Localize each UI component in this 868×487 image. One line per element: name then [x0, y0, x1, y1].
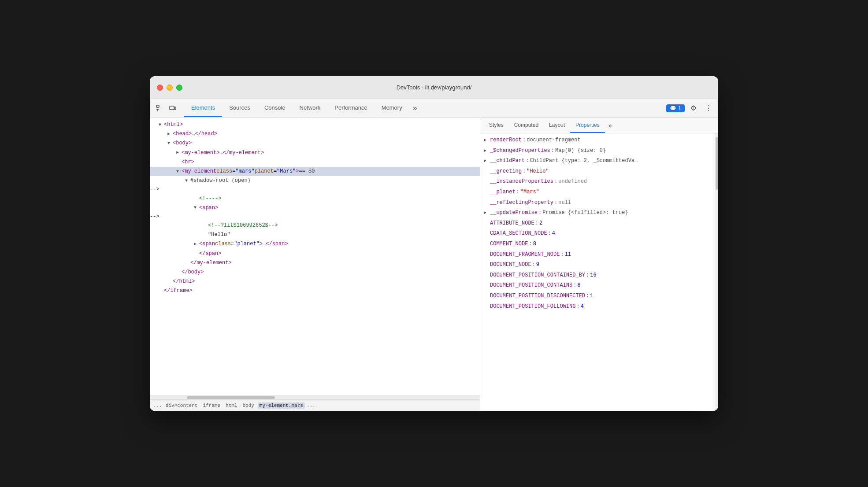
tab-console[interactable]: Console [257, 99, 293, 117]
expand-icon[interactable]: ► [484, 147, 489, 155]
tree-close-html[interactable]: </html> [150, 277, 480, 286]
toolbar-right: 💬 1 ⚙ ⋮ [666, 102, 715, 114]
expand-arrow[interactable]: ▼ [159, 122, 164, 129]
expand-icon[interactable]: ► [484, 209, 489, 217]
main-toolbar: Elements Sources Console Network Perform… [150, 99, 718, 118]
expand-icon-empty [484, 178, 489, 186]
breadcrumb-ellipsis-left[interactable]: ... [153, 403, 162, 408]
expand-arrow [194, 195, 199, 202]
prop-document-node[interactable]: DOCUMENT_NODE : 9 [480, 260, 715, 270]
breadcrumb-div-content[interactable]: div#content [164, 402, 200, 409]
prop-comment-node[interactable]: COMMENT_NODE : 8 [480, 239, 715, 250]
expand-arrow[interactable]: ▼ [194, 204, 199, 211]
breadcrumb-bar: ... div#content iframe html body my-elem… [150, 399, 480, 411]
tab-elements[interactable]: Elements [184, 99, 222, 117]
expand-arrow [203, 222, 208, 229]
device-toolbar-icon[interactable] [167, 102, 179, 114]
expand-icon-empty [484, 303, 489, 311]
tab-performance[interactable]: Performance [327, 99, 374, 117]
breadcrumb-my-element-mars[interactable]: my-element.mars [258, 402, 305, 409]
more-options-button[interactable]: ⋮ [702, 102, 715, 114]
tree-close-body[interactable]: </body> [150, 268, 480, 277]
settings-button[interactable]: ⚙ [687, 102, 700, 114]
tree-comment-1[interactable]: <!----> [150, 194, 480, 203]
expand-arrow[interactable]: ► [167, 131, 173, 138]
tree-span-planet[interactable]: ► <span class="planet" >…</span> [150, 240, 480, 249]
expand-arrow[interactable]: ► [176, 149, 182, 156]
elements-scrollbar-x[interactable] [150, 395, 480, 399]
tree-shadow-root[interactable]: ▼ #shadow-root (open) [150, 176, 480, 185]
prop-childPart[interactable]: ► __childPart : ChildPart {type: 2, _$co… [480, 156, 715, 166]
maximize-button[interactable] [176, 85, 182, 91]
tree-lit-comment[interactable]: <!--?lit$106992652$--> [150, 221, 480, 230]
traffic-lights [157, 85, 182, 91]
tree-my-element-1[interactable]: ► <my-element>…</my-element> [150, 148, 480, 158]
console-messages-button[interactable]: 💬 1 [666, 104, 685, 112]
elements-panel: ▼ <html> ► <head>…</head> ▼ <body> [150, 118, 480, 411]
tree-body[interactable]: ▼ <body> [150, 139, 480, 148]
properties-content[interactable]: ► renderRoot : document-fragment ► _$cha… [480, 133, 715, 411]
tree-head[interactable]: ► <head>…</head> [150, 129, 480, 139]
scrollbar-thumb[interactable] [187, 396, 275, 399]
prop-document-fragment-node[interactable]: DOCUMENT_FRAGMENT_NODE : 11 [480, 250, 715, 260]
tree-html[interactable]: ▼ <html> [150, 120, 480, 129]
expand-icon-empty [484, 240, 489, 248]
tab-network[interactable]: Network [293, 99, 328, 117]
prop-tab-properties[interactable]: Properties [570, 118, 605, 133]
prop-reflectingProperty[interactable]: __reflectingProperty : null [480, 198, 715, 208]
main-tabs: Elements Sources Console Network Perform… [184, 99, 664, 117]
tree-close-span[interactable]: </span> [150, 249, 480, 258]
scrollbar-thumb[interactable] [716, 137, 718, 190]
expand-icon[interactable]: ► [484, 137, 489, 144]
expand-arrow [185, 259, 190, 266]
prop-changedProperties[interactable]: ► _$changedProperties : Map(0) {size: 0} [480, 146, 715, 156]
tree-hello-text[interactable]: "Hello" [150, 230, 480, 240]
prop-renderRoot[interactable]: ► renderRoot : document-fragment [480, 135, 715, 146]
expand-arrow[interactable]: ▼ [167, 140, 173, 147]
prop-doc-pos-following[interactable]: DOCUMENT_POSITION_FOLLOWING : 4 [480, 302, 715, 312]
expand-arrow[interactable]: ▼ [176, 168, 182, 175]
expand-arrow [176, 269, 182, 276]
properties-panel: Styles Computed Layout Properties » [480, 118, 718, 411]
tree-span[interactable]: ▼ <span> [150, 203, 480, 213]
expand-arrow [159, 288, 164, 295]
prop-tab-styles[interactable]: Styles [484, 118, 509, 133]
tree-my-element-mars[interactable]: ▼ <my-element class="mars" planet="Mars"… [150, 167, 480, 176]
prop-attribute-node[interactable]: ATTRIBUTE_NODE : 2 [480, 218, 715, 229]
prop-updatePromise[interactable]: ► __updatePromise : Promise {<fulfilled>… [480, 208, 715, 218]
breadcrumb-ellipsis-right[interactable]: ... [307, 403, 315, 408]
minimize-button[interactable] [167, 85, 173, 91]
expand-arrow[interactable]: ► [194, 241, 199, 248]
prop-planet[interactable]: __planet : "Mars" [480, 187, 715, 198]
breadcrumb-html[interactable]: html [224, 402, 239, 409]
prop-doc-pos-contains[interactable]: DOCUMENT_POSITION_CONTAINS : 8 [480, 280, 715, 291]
prop-greeting[interactable]: __greeting : "Hello" [480, 166, 715, 177]
expand-icon-empty [484, 261, 489, 269]
prop-doc-pos-contained-by[interactable]: DOCUMENT_POSITION_CONTAINED_BY : 16 [480, 270, 715, 281]
console-badge-count: 1 [678, 105, 681, 111]
tree-close-my-element[interactable]: </my-element> [150, 258, 480, 268]
expand-icon[interactable]: ► [484, 157, 489, 165]
prop-instanceProperties[interactable]: __instanceProperties : undefined [480, 177, 715, 187]
tab-sources[interactable]: Sources [222, 99, 257, 117]
svg-rect-0 [156, 105, 159, 107]
devtools-body: Elements Sources Console Network Perform… [150, 99, 718, 411]
properties-scrollbar[interactable] [715, 133, 718, 411]
inspector-icon[interactable] [153, 102, 166, 114]
tree-hr[interactable]: <hr> [150, 158, 480, 167]
tree-close-iframe[interactable]: </iframe> [150, 286, 480, 295]
tab-memory[interactable]: Memory [375, 99, 409, 117]
prop-doc-pos-disconnected[interactable]: DOCUMENT_POSITION_DISCONNECTED : 1 [480, 291, 715, 302]
elements-tree[interactable]: ▼ <html> ► <head>…</head> ▼ <body> [150, 118, 480, 395]
properties-tabs-overflow[interactable]: » [605, 122, 616, 129]
expand-arrow[interactable]: ▼ [185, 177, 190, 184]
expand-arrow [167, 278, 173, 285]
prop-cdata-section-node[interactable]: CDATA_SECTION_NODE : 4 [480, 229, 715, 239]
prop-tab-layout[interactable]: Layout [544, 118, 570, 133]
close-button[interactable] [157, 85, 163, 91]
breadcrumb-iframe[interactable]: iframe [201, 402, 222, 409]
breadcrumb-body[interactable]: body [241, 402, 256, 409]
prop-tab-computed[interactable]: Computed [509, 118, 544, 133]
tabs-overflow-button[interactable]: » [409, 103, 421, 113]
titlebar: DevTools - lit.dev/playground/ [150, 76, 718, 99]
